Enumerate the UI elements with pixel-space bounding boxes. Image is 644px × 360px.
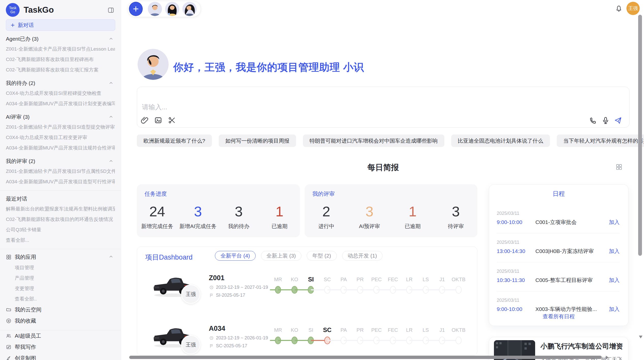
briefing-layout-icon[interactable]	[616, 163, 622, 170]
event-date: 2025/03/11	[497, 298, 620, 303]
milestone-label-ls: LS	[418, 276, 434, 283]
milestone-track: MRKOSISCPAPRPECFECLRLSJ1OKTB	[270, 326, 471, 350]
stat-value: 1	[275, 204, 283, 219]
event-name: C005-整车工程目标评审	[535, 277, 609, 284]
star-icon	[6, 318, 11, 324]
sidebar-section-header[interactable]: Agent已办 (3)	[6, 35, 115, 42]
dashboard-tab-3[interactable]: 年型 (2)	[307, 251, 337, 261]
assistant-avatar-3[interactable]	[182, 2, 197, 16]
milestone-label-ko: KO	[286, 326, 303, 334]
sidebar-task-item[interactable]: Z001-全新燃油轻卡产品开发项目SI节点属性5D文件评审	[6, 166, 115, 176]
microphone-icon[interactable]	[602, 116, 610, 125]
recent-conversation-item[interactable]: 公司Q3轻卡销量	[6, 224, 115, 235]
join-meeting-link[interactable]: 加入	[609, 248, 620, 255]
suggestion-chip-3[interactable]: 特朗普可能对进口汽车增税会对中国车企造成哪些影响	[303, 134, 444, 147]
add-conversation-button[interactable]	[129, 2, 143, 16]
suggestion-chips: 欧洲新规最近颁布了什么?如何写一份清晰的项目周报特朗普可能对进口汽车增税会对中国…	[137, 134, 644, 147]
stat-label: 新增完成任务	[141, 223, 173, 230]
horizontal-scrollbar[interactable]	[129, 356, 602, 359]
send-icon[interactable]	[614, 116, 622, 125]
link-label: 帮我写作	[15, 343, 36, 351]
chevron-up-icon[interactable]	[109, 36, 113, 41]
sidebar-task-item[interactable]: A034-全新新能源MUV产品开发项目法规符合性评审	[6, 143, 115, 153]
link-label: 我的收藏	[15, 317, 36, 324]
suggestion-chip-1[interactable]: 欧洲新规最近颁布了什么?	[137, 134, 212, 147]
sidebar-section-header[interactable]: AI评审 (3)	[6, 113, 115, 120]
recent-conversation-item[interactable]: 解释最新出台的欧盟报废车法规再生塑料比例被调至15%...	[6, 204, 115, 214]
sidebar-tool-write[interactable]: 帮我写作	[6, 341, 115, 353]
stat-label: 进行中	[318, 223, 334, 230]
milestone-label-fec: FEC	[385, 326, 401, 334]
stat-value: 1	[409, 204, 417, 219]
phone-icon[interactable]	[589, 116, 597, 125]
app-item-4[interactable]: 查看全部..	[6, 294, 115, 304]
schedule-title: 日程	[489, 190, 628, 198]
join-meeting-link[interactable]: 加入	[609, 219, 620, 226]
project-name: A034	[209, 325, 225, 333]
chevron-up-icon[interactable]	[109, 81, 113, 85]
milestone-label-pr: PR	[352, 276, 369, 283]
user-avatar[interactable]: 王强	[626, 2, 640, 15]
join-meeting-link[interactable]: 加入	[609, 277, 620, 284]
chevron-up-icon[interactable]	[109, 159, 113, 163]
clock-icon	[209, 285, 214, 290]
milestone-track: MRKOSISCPAPRPECFECLRLSJ1OKTB	[270, 276, 471, 299]
milestone-label-pec: PEC	[368, 276, 385, 283]
sidebar-link-cloud[interactable]: 我的云空间	[6, 304, 115, 315]
scissors-icon[interactable]	[168, 116, 176, 124]
sidebar-collapse-icon[interactable]	[107, 7, 114, 14]
sidebar-task-item[interactable]: Z001-全新燃油轻卡产品开发项目SI造型提交物评审	[6, 122, 115, 132]
dashboard-tab-4[interactable]: 动总开发 (1)	[342, 251, 383, 261]
new-chat-button[interactable]: 新对话	[6, 19, 115, 31]
chevron-up-icon[interactable]	[109, 114, 113, 119]
link-label: AI超级员工	[15, 332, 41, 339]
notification-bell-icon[interactable]	[615, 5, 622, 12]
sidebar-task-item[interactable]: Z001-全新燃油皮卡产品开发项目SI节点Lesson Learn报告	[6, 44, 115, 54]
stat-label: 我的待办	[228, 223, 250, 230]
vertical-scrollbar[interactable]	[638, 15, 642, 256]
sidebar-task-item[interactable]: C0X4-动力总成开发项目工程变更评审	[6, 132, 115, 143]
suggestion-chip-4[interactable]: 比亚迪全固态电池计划具体说了什么	[451, 134, 550, 147]
sidebar-tool-pen[interactable]: 创意制图	[6, 353, 115, 360]
section-title: 我的评审 (2)	[6, 158, 35, 165]
dashboard-tab-1[interactable]: 全新平台 (4)	[215, 251, 256, 261]
image-icon[interactable]	[154, 116, 162, 124]
sidebar-task-item[interactable]: A034-全新新能源MUV产品开发项目造型可行性评审	[6, 176, 115, 187]
sidebar-task-item[interactable]: C0X4-动力总成开发项目SI里程碑提交物检查	[6, 88, 115, 98]
scroll-down-arrow[interactable]	[639, 336, 642, 338]
paperclip-icon[interactable]	[140, 116, 149, 124]
milestone-label-si: SI	[303, 276, 319, 283]
milestone-label-oktb: OKTB	[450, 276, 467, 283]
assistant-avatar-2[interactable]	[165, 2, 179, 16]
scroll-right-arrow[interactable]	[606, 356, 609, 359]
sidebar-tool-people[interactable]: AI超级员工	[6, 330, 115, 341]
news-title: 小鹏飞行汽车制造公司增资	[540, 342, 624, 351]
app-item-2[interactable]: 产品管理	[6, 273, 115, 283]
app-item-3[interactable]: 变更管理	[6, 283, 115, 294]
assistant-avatar-1[interactable]	[148, 2, 162, 16]
sidebar-task-item[interactable]: C02-飞腾新能源轻客改款项目里程碑画布	[6, 54, 115, 65]
chevron-up-icon[interactable]	[109, 254, 113, 259]
sidebar-section-header[interactable]: 我的待办 (2)	[6, 80, 115, 86]
sidebar-link-star[interactable]: 我的收藏	[6, 315, 115, 326]
sidebar-header: Task Go TaskGo	[6, 3, 115, 17]
link-label: 创意制图	[15, 355, 36, 360]
sidebar-section-header[interactable]: 我的评审 (2)	[6, 158, 115, 164]
sidebar-task-item[interactable]: C02-飞腾新能源轻客改款项目立项汇报方案	[6, 65, 115, 75]
event-time: 9:00-10:00	[497, 219, 535, 225]
recent-view-all[interactable]: 查看全部...	[6, 235, 115, 245]
view-all-schedule-link[interactable]: 查看所有日程	[489, 313, 628, 320]
recent-title: 最近对话	[6, 195, 27, 202]
my-apps-header[interactable]: 我的应用	[6, 253, 115, 261]
chat-input[interactable]	[141, 100, 497, 114]
recent-conversation-item[interactable]: C02-飞腾新能源轻客改款项目的闭环通告反馈情况	[6, 214, 115, 224]
stat-card-title: 任务进度	[144, 190, 167, 198]
join-meeting-link[interactable]: 加入	[609, 306, 620, 313]
app-item-1[interactable]: 项目管理	[6, 262, 115, 273]
suggestion-chip-5[interactable]: 当下年轻人对汽车外观有怎样的喜好趋势	[557, 134, 644, 147]
stat-待评审: 3待评审	[434, 201, 477, 233]
dashboard-tab-2[interactable]: 全新上装 (3)	[261, 251, 302, 261]
sidebar-task-item[interactable]: A034-全新新能源MUV产品开发项目计划变更表编写	[6, 98, 115, 109]
suggestion-chip-2[interactable]: 如何写一份清晰的项目周报	[219, 134, 296, 147]
assistant-hero-avatar	[138, 49, 169, 80]
